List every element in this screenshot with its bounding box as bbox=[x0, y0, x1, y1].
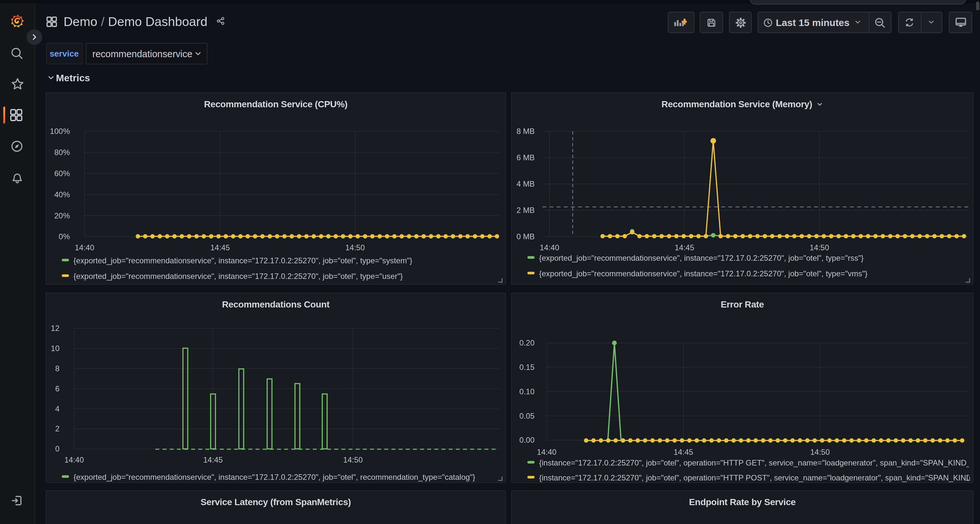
svg-text:60%: 60% bbox=[54, 169, 70, 178]
svg-text:14:50: 14:50 bbox=[345, 243, 365, 252]
svg-text:14:45: 14:45 bbox=[203, 456, 223, 464]
svg-text:0.15: 0.15 bbox=[519, 363, 535, 372]
svg-text:12: 12 bbox=[51, 324, 59, 332]
svg-text:14:40: 14:40 bbox=[537, 448, 556, 456]
svg-text:14:50: 14:50 bbox=[344, 456, 363, 464]
svg-text:14:40: 14:40 bbox=[540, 243, 559, 252]
svg-text:100%: 100% bbox=[50, 127, 70, 135]
svg-text:8: 8 bbox=[55, 364, 59, 373]
svg-text:80%: 80% bbox=[54, 148, 70, 157]
svg-text:14:45: 14:45 bbox=[674, 448, 693, 456]
svg-text:0.10: 0.10 bbox=[519, 387, 535, 396]
svg-text:14:50: 14:50 bbox=[810, 243, 829, 252]
svg-text:10: 10 bbox=[51, 344, 59, 353]
svg-text:14:50: 14:50 bbox=[810, 448, 830, 456]
svg-text:0: 0 bbox=[55, 445, 59, 453]
svg-text:14:45: 14:45 bbox=[675, 243, 694, 252]
svg-text:0 MB: 0 MB bbox=[517, 232, 535, 241]
svg-text:0.00: 0.00 bbox=[519, 435, 535, 445]
svg-text:0.05: 0.05 bbox=[519, 411, 535, 420]
svg-text:14:40: 14:40 bbox=[64, 456, 84, 464]
svg-text:8 MB: 8 MB bbox=[517, 127, 535, 135]
svg-text:0%: 0% bbox=[59, 232, 70, 241]
svg-text:4 MB: 4 MB bbox=[517, 179, 535, 188]
svg-text:6: 6 bbox=[55, 384, 59, 393]
svg-text:20%: 20% bbox=[54, 211, 70, 220]
svg-text:14:40: 14:40 bbox=[75, 243, 94, 252]
svg-text:40%: 40% bbox=[54, 190, 70, 199]
svg-text:4: 4 bbox=[55, 404, 59, 413]
svg-text:0.20: 0.20 bbox=[519, 338, 535, 347]
svg-text:6 MB: 6 MB bbox=[517, 153, 535, 162]
svg-text:14:45: 14:45 bbox=[210, 243, 230, 252]
svg-text:2: 2 bbox=[55, 424, 59, 433]
svg-text:2 MB: 2 MB bbox=[517, 206, 535, 214]
